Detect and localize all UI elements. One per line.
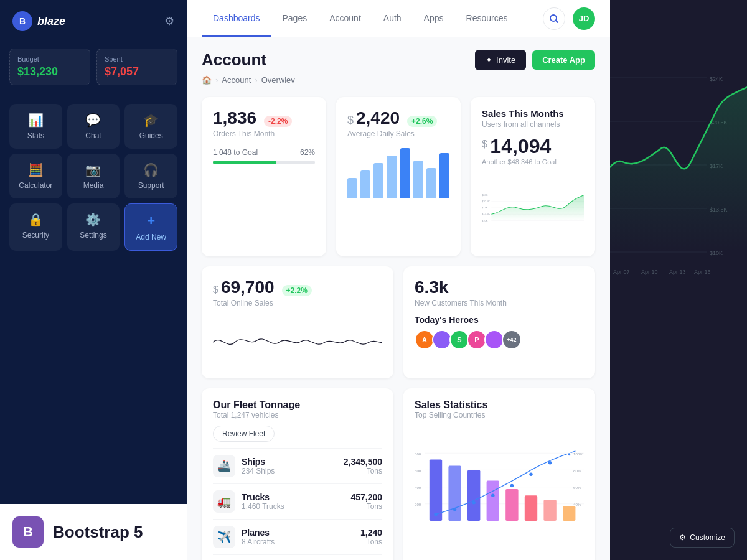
sidebar-item-stats[interactable]: 📊 Stats <box>9 104 62 149</box>
sidebar-item-calculator[interactable]: 🧮 Calculator <box>9 154 62 198</box>
customize-button[interactable]: ⚙ Customize <box>670 528 735 548</box>
breadcrumb-account[interactable]: Account <box>222 75 251 85</box>
fleet-item-trains: 🚂 Trains 804,300 <box>213 554 382 560</box>
page-header-actions: ✦ Invite Create App <box>475 50 595 70</box>
menu-icon[interactable]: ⚙ <box>164 14 174 28</box>
planes-icon: ✈️ <box>213 526 235 548</box>
right-panel: $24K $20.5K $17K $13.5K $10K Apr 04 Apr … <box>610 0 747 560</box>
svg-point-34 <box>548 461 552 464</box>
online-sales-card: $ 69,700 +2.2% Total Online Sales <box>202 266 393 378</box>
sidebar-item-media[interactable]: 📷 Media <box>67 154 120 198</box>
logo-text: blaze <box>37 15 65 28</box>
chat-icon: 💬 <box>85 113 101 128</box>
progress-label: 1,048 to Goal <box>213 148 258 157</box>
page-header: Account ✦ Invite Create App <box>202 50 595 70</box>
invite-button[interactable]: ✦ Invite <box>475 50 526 70</box>
daily-sales-badge: +2.6% <box>407 116 437 127</box>
online-sales-badge: +2.2% <box>282 285 312 296</box>
trucks-value: 457,200 Tons <box>350 492 382 511</box>
svg-text:$20.5K: $20.5K <box>482 200 490 203</box>
stats-title: Sales Statistics <box>415 399 584 411</box>
create-app-button[interactable]: Create App <box>532 50 595 70</box>
sidebar-item-support[interactable]: 🎧 Support <box>125 154 177 198</box>
online-sales-value: 69,700 <box>221 278 275 297</box>
svg-line-1 <box>556 21 558 22</box>
bar-6 <box>413 161 423 198</box>
svg-point-32 <box>510 484 514 487</box>
svg-rect-25 <box>525 495 537 521</box>
top-nav-links: Dashboards Pages Account Auth Apps Resou… <box>202 1 519 37</box>
bar-chart-container: 800 600 400 200 <box>415 427 584 554</box>
spent-card: Spent $7,057 <box>96 49 177 85</box>
bar-2 <box>360 170 370 198</box>
customize-label: Customize <box>690 533 725 542</box>
planes-sub: 8 Aircrafts <box>242 538 275 546</box>
svg-text:Apr 16: Apr 16 <box>694 269 711 275</box>
bar-3 <box>374 163 383 198</box>
bar-4 <box>387 156 397 198</box>
sidebar-item-chat[interactable]: 💬 Chat <box>67 104 120 149</box>
spent-value: $7,057 <box>105 65 169 78</box>
page-content: Account ✦ Invite Create App 🏠 › Account … <box>187 37 610 560</box>
svg-text:100%: 100% <box>573 452 583 456</box>
daily-sales-label: Average Daily Sales <box>347 129 449 138</box>
sidebar-item-security[interactable]: 🔒 Security <box>9 203 62 251</box>
nav-auth[interactable]: Auth <box>372 1 413 37</box>
sidebar-item-label: Settings <box>80 231 106 240</box>
logo-icon: B <box>12 11 32 31</box>
sales-line-chart: $24K $20.5K $17K $13.5K $10K <box>482 170 584 245</box>
nav-resources[interactable]: Resources <box>455 1 519 37</box>
bar-chart-svg: 800 600 400 200 <box>415 427 584 551</box>
review-fleet-button[interactable]: Review Fleet <box>213 426 275 442</box>
svg-point-29 <box>453 508 456 511</box>
orders-label: Orders This Month <box>213 129 315 138</box>
ships-icon: 🚢 <box>213 455 235 477</box>
spent-label: Spent <box>105 55 169 63</box>
orders-card: 1,836 -2.2% Orders This Month 1,048 to G… <box>202 97 326 256</box>
svg-text:Apr 10: Apr 10 <box>641 269 658 275</box>
nav-pages[interactable]: Pages <box>271 1 319 37</box>
second-cards-row: $ 69,700 +2.2% Total Online Sales 6.3k N… <box>202 266 595 378</box>
svg-text:600: 600 <box>415 469 421 473</box>
ships-value: 2,345,500 Tons <box>344 457 382 475</box>
nav-account[interactable]: Account <box>318 1 372 37</box>
fleet-item-planes: ✈️ Planes 8 Aircrafts 1,240 Tons <box>213 519 382 554</box>
svg-point-31 <box>491 493 494 497</box>
nav-dashboards[interactable]: Dashboards <box>202 1 271 37</box>
daily-sales-chart <box>347 148 449 198</box>
new-customers-value: 6.3k <box>415 278 449 297</box>
sidebar-item-label: Calculator <box>19 181 52 190</box>
budget-label: Budget <box>17 55 82 63</box>
top-cards-row: 1,836 -2.2% Orders This Month 1,048 to G… <box>202 97 595 256</box>
trucks-name: Trucks <box>242 492 284 502</box>
sidebar-item-label: Guides <box>139 131 163 140</box>
sales-big-value: 14,094 <box>490 135 551 157</box>
progress-section: 1,048 to Goal 62% <box>213 148 315 164</box>
guides-icon: 🎓 <box>143 113 159 128</box>
fleet-item-ships: 🚢 Ships 234 Ships 2,345,500 Tons <box>213 448 382 483</box>
sidebar-item-settings[interactable]: ⚙️ Settings <box>67 203 120 251</box>
sidebar-item-guides[interactable]: 🎓 Guides <box>125 104 177 149</box>
main-content: Dashboards Pages Account Auth Apps Resou… <box>187 0 610 560</box>
fleet-subtitle: Total 1,247 vehicles <box>213 411 382 419</box>
svg-text:$24K: $24K <box>482 194 488 197</box>
svg-rect-21 <box>448 466 461 521</box>
user-avatar[interactable]: JD <box>573 7 595 30</box>
ships-name: Ships <box>242 457 275 467</box>
sales-month-card: Sales This Months Users from all channel… <box>471 97 595 256</box>
nav-apps[interactable]: Apps <box>413 1 455 37</box>
svg-text:Apr 07: Apr 07 <box>613 269 630 275</box>
add-new-icon: + <box>147 213 155 229</box>
sidebar: B blaze ⚙ Budget $13,230 Spent $7,057 📊 … <box>0 0 187 560</box>
planes-name: Planes <box>242 528 275 538</box>
svg-text:$13.5K: $13.5K <box>482 212 490 215</box>
bottom-row: Our Fleet Tonnage Total 1,247 vehicles R… <box>202 388 595 560</box>
sidebar-item-label: Support <box>138 181 164 190</box>
sidebar-item-add-new[interactable]: + Add New <box>125 203 177 251</box>
search-button[interactable] <box>543 7 565 30</box>
hero-avatar-extra: +42 <box>502 330 522 350</box>
stats-icon: 📊 <box>28 113 44 128</box>
trucks-icon: 🚛 <box>213 490 235 513</box>
home-icon[interactable]: 🏠 <box>202 75 212 85</box>
bar-1 <box>347 178 357 198</box>
